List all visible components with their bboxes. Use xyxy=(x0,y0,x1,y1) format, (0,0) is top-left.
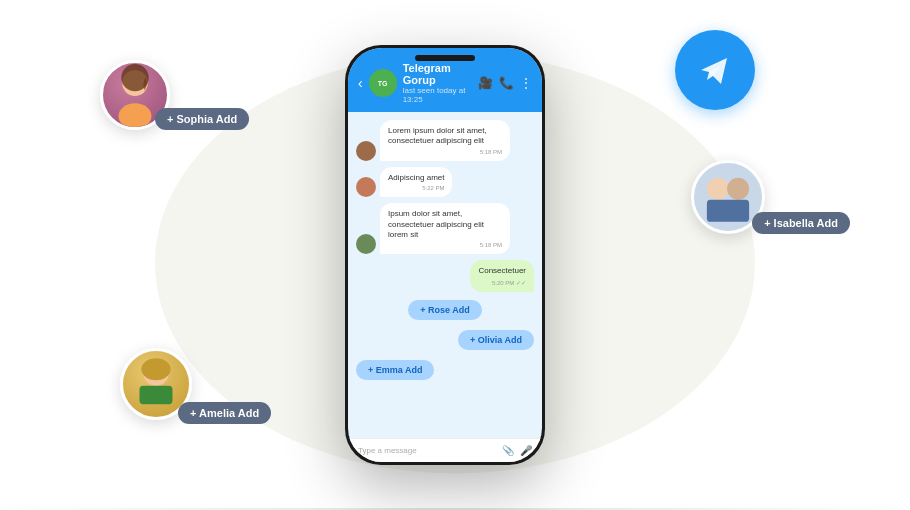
voice-call-icon[interactable]: 📞 xyxy=(499,76,514,90)
msg-time-2: 5:22 PM xyxy=(388,185,444,191)
msg-time-3: 5:18 PM xyxy=(388,242,502,248)
attachment-icon[interactable]: 📎 xyxy=(502,445,514,456)
svg-point-6 xyxy=(141,358,170,380)
phone-screen: ‹ TG Telegram Gorup last seen today at 1… xyxy=(348,48,542,462)
group-status: last seen today at 13:25 xyxy=(403,86,472,104)
chat-area: Lorem ipsum dolor sit amet, consectetuer… xyxy=(348,112,542,438)
back-button[interactable]: ‹ xyxy=(358,75,363,91)
msg-text-4: Consectetuer xyxy=(478,266,526,276)
olivia-add-button[interactable]: + Olivia Add xyxy=(458,330,534,350)
msg-avatar-3 xyxy=(356,234,376,254)
isabella-add-label[interactable]: + Isabella Add xyxy=(752,212,850,234)
msg-bubble-2: Adipiscing amet 5:22 PM xyxy=(380,167,452,197)
header-icons: 🎥 📞 ⋮ xyxy=(478,76,532,90)
msg-avatar-1 xyxy=(356,141,376,161)
msg-bubble-3: Ipsum dolor sit amet, consectetuer adipi… xyxy=(380,203,510,254)
amelia-add-label[interactable]: + Amelia Add xyxy=(178,402,271,424)
more-options-icon[interactable]: ⋮ xyxy=(520,76,532,90)
group-info: Telegram Gorup last seen today at 13:25 xyxy=(403,62,472,104)
svg-point-1 xyxy=(119,103,152,127)
emma-add-button[interactable]: + Emma Add xyxy=(356,360,434,380)
msg-text-2: Adipiscing amet xyxy=(388,173,444,183)
msg-bubble-4: Consectetuer 5:20 PM ✓✓ xyxy=(470,260,534,291)
video-call-icon[interactable]: 🎥 xyxy=(478,76,493,90)
message-input-placeholder[interactable]: Type a message xyxy=(358,446,496,455)
phone-notch xyxy=(415,55,475,61)
olivia-add-row: + Olivia Add xyxy=(356,330,534,350)
telegram-icon xyxy=(693,48,737,92)
group-avatar: TG xyxy=(369,69,397,97)
message-3: Ipsum dolor sit amet, consectetuer adipi… xyxy=(356,203,534,254)
microphone-icon[interactable]: 🎤 xyxy=(520,445,532,456)
svg-point-3 xyxy=(121,64,148,91)
message-2: Adipiscing amet 5:22 PM xyxy=(356,167,534,197)
input-icons: 📎 🎤 xyxy=(502,445,532,456)
rose-add-row: + Rose Add xyxy=(356,300,534,320)
rose-add-button[interactable]: + Rose Add xyxy=(408,300,481,320)
msg-text-1: Lorem ipsum dolor sit amet, consectetuer… xyxy=(388,126,502,147)
emma-add-row: + Emma Add xyxy=(356,360,534,380)
msg-text-3: Ipsum dolor sit amet, consectetuer adipi… xyxy=(388,209,502,240)
phone-frame: ‹ TG Telegram Gorup last seen today at 1… xyxy=(345,45,545,465)
msg-avatar-2 xyxy=(356,177,376,197)
msg-time-1: 5:18 PM xyxy=(388,149,502,155)
group-name: Telegram Gorup xyxy=(403,62,472,86)
sophia-add-label[interactable]: + Sophia Add xyxy=(155,108,249,130)
svg-point-8 xyxy=(727,178,749,200)
message-1: Lorem ipsum dolor sit amet, consectetuer… xyxy=(356,120,534,161)
message-4: Consectetuer 5:20 PM ✓✓ xyxy=(356,260,534,291)
telegram-logo-circle xyxy=(675,30,755,110)
svg-rect-5 xyxy=(140,386,173,404)
chat-input-bar: Type a message 📎 🎤 xyxy=(348,438,542,462)
svg-point-7 xyxy=(707,178,729,200)
svg-rect-9 xyxy=(707,200,749,222)
msg-bubble-1: Lorem ipsum dolor sit amet, consectetuer… xyxy=(380,120,510,161)
msg-time-4: 5:20 PM ✓✓ xyxy=(478,279,526,286)
